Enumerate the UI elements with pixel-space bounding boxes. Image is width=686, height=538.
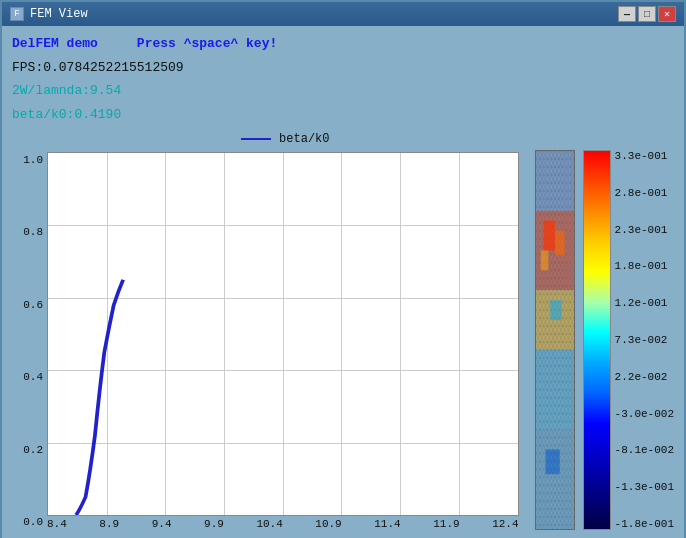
colorbar-container: 3.3e-001 2.8e-001 2.3e-001 1.8e-001 1.2e…	[583, 150, 674, 530]
x-label-2: 9.4	[152, 518, 172, 530]
x-label-6: 11.4	[374, 518, 400, 530]
x-axis: 8.4 8.9 9.4 9.9 10.4 10.9 11.4 11.9 12.4	[47, 518, 519, 530]
x-label-4: 10.4	[256, 518, 282, 530]
beta-label: beta/k0:0.4190	[12, 105, 674, 125]
colorbar-gradient	[583, 150, 611, 530]
x-label-5: 10.9	[315, 518, 341, 530]
window-title: FEM View	[30, 7, 88, 21]
chart-legend: beta/k0	[52, 132, 519, 146]
x-label-3: 9.9	[204, 518, 224, 530]
cb-label-10: -1.8e-001	[615, 518, 674, 530]
chart-container: beta/k0 1.0 0.8 0.6 0.4 0.2 0.0	[12, 132, 519, 530]
lambda-label: 2W/lamnda:9.54	[12, 81, 674, 101]
legend-label: beta/k0	[279, 132, 329, 146]
cb-label-7: -3.0e-002	[615, 408, 674, 420]
window-icon: F	[10, 7, 24, 21]
beta-curve	[48, 153, 518, 515]
y-label-5: 0.0	[23, 516, 43, 528]
cb-label-3: 1.8e-001	[615, 260, 674, 272]
mesh-svg	[536, 151, 574, 529]
cb-label-4: 1.2e-001	[615, 297, 674, 309]
cb-label-1: 2.8e-001	[615, 187, 674, 199]
main-area: beta/k0 1.0 0.8 0.6 0.4 0.2 0.0	[12, 132, 674, 530]
title-bar-left: F FEM View	[10, 7, 88, 21]
y-label-4: 0.2	[23, 444, 43, 456]
y-label-3: 0.4	[23, 371, 43, 383]
main-window: F FEM View — □ ✕ DelFEM demo Press ^spac…	[0, 0, 686, 538]
svg-rect-12	[550, 300, 561, 320]
press-label: Press ^space^ key!	[137, 36, 277, 51]
cb-label-5: 7.3e-002	[615, 334, 674, 346]
colorbar-labels: 3.3e-001 2.8e-001 2.3e-001 1.8e-001 1.2e…	[615, 150, 674, 530]
x-label-8: 12.4	[492, 518, 518, 530]
info-header: DelFEM demo Press ^space^ key!	[12, 34, 674, 54]
colorbar	[583, 150, 611, 530]
x-label-1: 8.9	[99, 518, 119, 530]
chart-area: 8.4 8.9 9.4 9.9 10.4 10.9 11.4 11.9 12.4	[47, 152, 519, 530]
cb-label-2: 2.3e-001	[615, 224, 674, 236]
y-label-2: 0.6	[23, 299, 43, 311]
fps-label: FPS:0.0784252215512509	[12, 58, 674, 78]
legend-line	[241, 138, 271, 140]
y-axis: 1.0 0.8 0.6 0.4 0.2 0.0	[12, 152, 47, 530]
cb-label-6: 2.2e-002	[615, 371, 674, 383]
title-bar: F FEM View — □ ✕	[2, 2, 684, 26]
close-button[interactable]: ✕	[658, 6, 676, 22]
right-panel: 3.3e-001 2.8e-001 2.3e-001 1.8e-001 1.2e…	[535, 150, 674, 530]
window-controls: — □ ✕	[618, 6, 676, 22]
mesh-display	[535, 150, 575, 530]
y-label-1: 0.8	[23, 226, 43, 238]
maximize-button[interactable]: □	[638, 6, 656, 22]
svg-rect-9	[543, 221, 554, 251]
svg-rect-10	[555, 231, 565, 256]
content-area: DelFEM demo Press ^space^ key! FPS:0.078…	[2, 26, 684, 538]
y-label-0: 1.0	[23, 154, 43, 166]
svg-rect-11	[540, 250, 548, 270]
svg-rect-13	[545, 449, 559, 474]
cb-label-8: -8.1e-002	[615, 444, 674, 456]
chart-plot	[47, 152, 519, 516]
cb-label-9: -1.3e-001	[615, 481, 674, 493]
cb-label-0: 3.3e-001	[615, 150, 674, 162]
minimize-button[interactable]: —	[618, 6, 636, 22]
x-label-7: 11.9	[433, 518, 459, 530]
demo-label: DelFEM demo	[12, 36, 98, 51]
chart-with-axes: 1.0 0.8 0.6 0.4 0.2 0.0	[12, 152, 519, 530]
x-label-0: 8.4	[47, 518, 67, 530]
